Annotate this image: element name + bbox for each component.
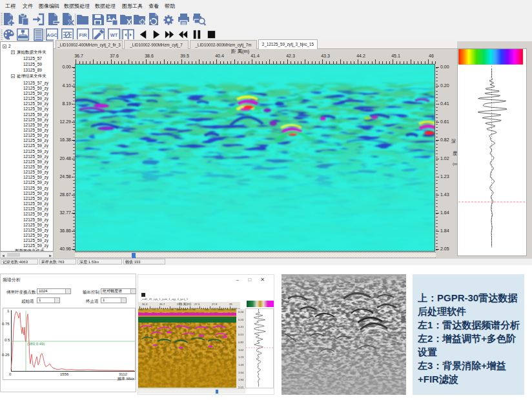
- svg-text:FIR: FIR: [79, 32, 88, 38]
- svg-text:AGC: AGC: [46, 32, 57, 38]
- svg-text:WT: WT: [110, 32, 118, 38]
